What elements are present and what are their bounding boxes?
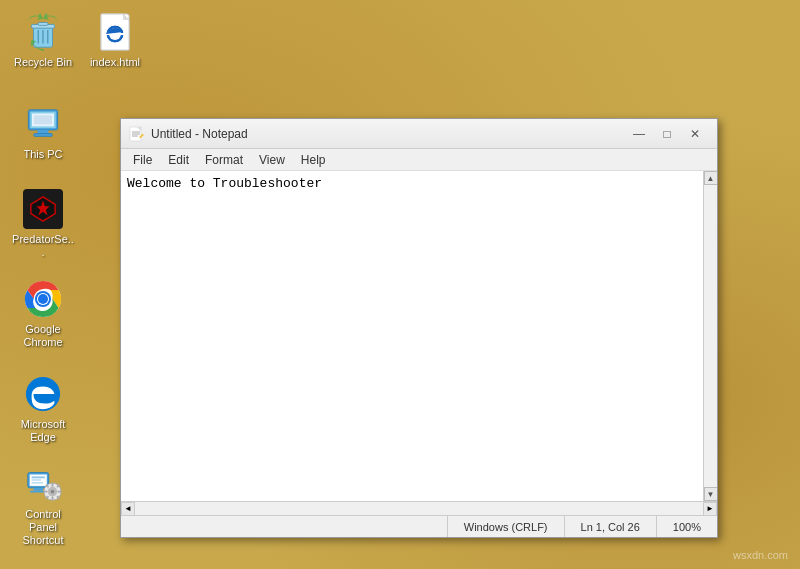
svg-rect-42: [32, 479, 41, 480]
google-chrome-label: Google Chrome: [12, 323, 74, 349]
minimize-button[interactable]: —: [625, 124, 653, 144]
menu-view[interactable]: View: [251, 151, 293, 169]
control-panel-label: Control Panel Shortcut: [12, 508, 74, 548]
zoom-status: 100%: [656, 516, 717, 537]
svg-rect-28: [34, 488, 44, 491]
text-area-container: Welcome to Troubleshooter ▲ ▼: [121, 171, 717, 501]
microsoft-edge-label: Microsoft Edge: [12, 418, 74, 444]
encoding-status: Windows (CRLF): [447, 516, 564, 537]
titlebar: Untitled - Notepad — □ ✕: [121, 119, 717, 149]
svg-rect-18: [34, 115, 52, 124]
scroll-left-button[interactable]: ◄: [121, 502, 135, 516]
microsoft-edge-icon[interactable]: Microsoft Edge: [8, 370, 78, 448]
svg-rect-15: [38, 130, 49, 134]
scroll-up-button[interactable]: ▲: [704, 171, 718, 185]
vertical-scrollbar[interactable]: ▲ ▼: [703, 171, 717, 501]
menu-format[interactable]: Format: [197, 151, 251, 169]
control-panel-icon[interactable]: Control Panel Shortcut: [8, 460, 78, 552]
recycle-bin-label: Recycle Bin: [14, 56, 72, 69]
scroll-right-button[interactable]: ►: [703, 502, 717, 516]
svg-rect-43: [32, 482, 43, 483]
svg-rect-33: [52, 483, 54, 487]
menu-edit[interactable]: Edit: [160, 151, 197, 169]
svg-rect-2: [38, 23, 48, 26]
notepad-app-icon: [129, 126, 145, 142]
predator-icon[interactable]: PredatorSe...: [8, 185, 78, 263]
menu-help[interactable]: Help: [293, 151, 334, 169]
maximize-button[interactable]: □: [653, 124, 681, 144]
menubar: File Edit Format View Help: [121, 149, 717, 171]
menu-file[interactable]: File: [125, 151, 160, 169]
notepad-window: Untitled - Notepad — □ ✕ File Edit Forma…: [120, 118, 718, 538]
horizontal-scrollbar[interactable]: ◄ ►: [121, 501, 717, 515]
svg-point-24: [38, 294, 48, 304]
svg-rect-34: [52, 496, 54, 500]
google-chrome-icon[interactable]: Google Chrome: [8, 275, 78, 353]
watermark: wsxdn.com: [733, 549, 788, 561]
this-pc-icon[interactable]: This PC: [8, 100, 78, 165]
hscroll-track: [135, 502, 703, 516]
index-html-icon[interactable]: index.html: [80, 8, 150, 73]
svg-rect-36: [57, 491, 61, 493]
titlebar-controls: — □ ✕: [625, 124, 709, 144]
scroll-down-button[interactable]: ▼: [704, 487, 718, 501]
svg-rect-16: [34, 134, 52, 137]
statusbar: Windows (CRLF) Ln 1, Col 26 100%: [121, 515, 717, 537]
this-pc-label: This PC: [23, 148, 62, 161]
svg-rect-41: [32, 476, 45, 478]
recycle-bin-icon[interactable]: Recycle Bin: [8, 8, 78, 73]
predator-label: PredatorSe...: [12, 233, 74, 259]
notepad-title: Untitled - Notepad: [151, 127, 625, 141]
svg-rect-35: [44, 491, 48, 493]
notepad-text-area[interactable]: Welcome to Troubleshooter: [121, 171, 703, 501]
svg-point-32: [51, 490, 55, 494]
close-button[interactable]: ✕: [681, 124, 709, 144]
index-html-label: index.html: [90, 56, 140, 69]
position-status: Ln 1, Col 26: [564, 516, 656, 537]
